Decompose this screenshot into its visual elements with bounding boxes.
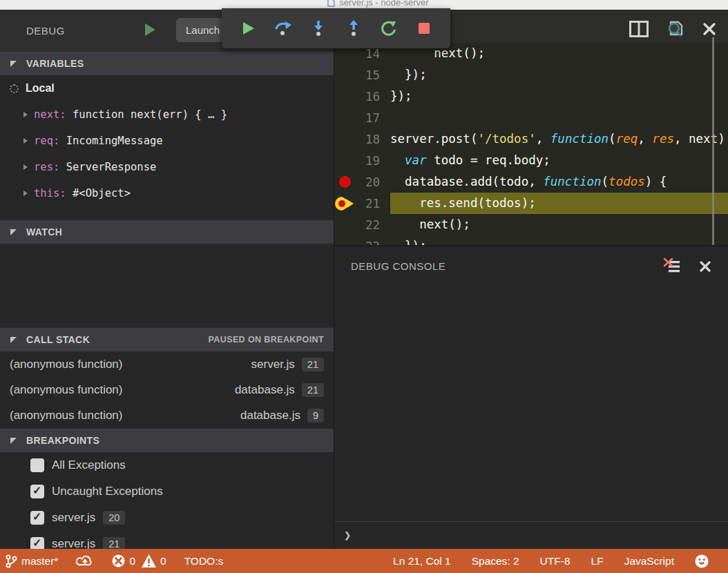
expand-arrow-icon[interactable] bbox=[23, 112, 28, 117]
editor-line[interactable]: 20 database.add(todo, function(todos) { bbox=[334, 171, 728, 193]
variable-name: this: bbox=[34, 187, 66, 200]
breakpoint-gutter[interactable] bbox=[334, 150, 355, 171]
scope-row-local[interactable]: Local bbox=[0, 75, 334, 101]
callstack-frame-row[interactable]: (anonymous function)server.js21 bbox=[0, 351, 334, 377]
breakpoint-gutter[interactable] bbox=[334, 128, 355, 150]
line-number: 17 bbox=[355, 111, 380, 125]
breakpoint-row[interactable]: server.js20 bbox=[0, 505, 334, 531]
editor-line[interactable]: 23 }); bbox=[334, 235, 728, 245]
todo-label: TODO:s bbox=[184, 555, 224, 567]
expand-arrow-icon[interactable] bbox=[23, 164, 28, 170]
step-over-icon[interactable] bbox=[274, 19, 292, 37]
code-token: function bbox=[550, 132, 609, 146]
editor-line[interactable]: 19 var todo = req.body; bbox=[334, 150, 728, 171]
search-preview-icon[interactable] bbox=[665, 19, 686, 39]
breakpoint-label: All Exceptions bbox=[52, 458, 126, 472]
console-prompt[interactable]: ❯ bbox=[344, 528, 351, 542]
breakpoint-row[interactable]: server.js21 bbox=[0, 531, 334, 549]
breakpoint-gutter[interactable] bbox=[334, 107, 355, 128]
code-text bbox=[390, 107, 728, 128]
variable-value: function next(err) { … } bbox=[66, 108, 227, 121]
code-token: }); bbox=[390, 239, 427, 245]
watch-section-header[interactable]: WATCH bbox=[0, 220, 334, 244]
language-mode-item[interactable]: JavaScript bbox=[624, 555, 674, 567]
frame-name: (anonymous function) bbox=[10, 409, 240, 423]
git-branch-icon bbox=[6, 554, 17, 568]
breakpoint-checkbox[interactable] bbox=[30, 537, 44, 549]
todo-item[interactable]: TODO:s bbox=[184, 555, 224, 567]
active-breakpoint-icon[interactable] bbox=[334, 196, 355, 211]
callstack-frame-row[interactable]: (anonymous function)database.js9 bbox=[0, 402, 334, 428]
indentation-item[interactable]: Spaces: 2 bbox=[472, 555, 519, 567]
breakpoint-row[interactable]: All Exceptions bbox=[0, 452, 334, 478]
errors-item[interactable]: 0 bbox=[112, 554, 135, 567]
editor-line[interactable]: 22 next(); bbox=[334, 214, 728, 235]
variable-value: ServerResponse bbox=[59, 161, 156, 173]
close-icon[interactable] bbox=[702, 22, 716, 36]
breakpoint-gutter[interactable] bbox=[334, 214, 355, 235]
breakpoint-checkbox[interactable] bbox=[30, 458, 44, 472]
warnings-item[interactable]: 0 bbox=[142, 554, 166, 567]
code-token: ( bbox=[609, 132, 616, 146]
clear-console-icon[interactable] bbox=[663, 258, 681, 275]
git-branch-item[interactable]: master* bbox=[6, 554, 58, 568]
sync-item[interactable] bbox=[76, 554, 94, 568]
branch-label: master* bbox=[21, 555, 58, 567]
frame-file: database.js bbox=[235, 383, 295, 397]
variable-row[interactable]: next: function next(err) { … } bbox=[0, 101, 334, 128]
code-text: next(); bbox=[390, 214, 728, 235]
breakpoint-gutter[interactable] bbox=[334, 64, 355, 86]
breakpoint-gutter[interactable] bbox=[334, 193, 355, 214]
breakpoint-row[interactable]: Uncaught Exceptions bbox=[0, 478, 334, 505]
frame-name: (anonymous function) bbox=[10, 358, 251, 371]
window-title: server.js - node-server bbox=[339, 0, 428, 8]
line-number: 16 bbox=[355, 90, 380, 104]
step-into-icon[interactable] bbox=[309, 19, 327, 37]
editor-line[interactable]: 16}); bbox=[334, 86, 728, 107]
cursor-position-item[interactable]: Ln 21, Col 1 bbox=[393, 555, 451, 567]
variables-title: VARIABLES bbox=[26, 58, 84, 69]
editor-scrollbar[interactable] bbox=[712, 37, 714, 245]
encoding-item[interactable]: UTF-8 bbox=[540, 555, 571, 567]
variable-row[interactable]: req: IncomingMessage bbox=[0, 128, 334, 154]
callstack-section-header[interactable]: CALL STACK PAUSED ON BREAKPOINT bbox=[0, 328, 334, 351]
breakpoint-checkbox[interactable] bbox=[30, 511, 44, 525]
code-token: '/todos' bbox=[477, 132, 535, 146]
split-editor-icon[interactable] bbox=[629, 21, 649, 37]
stop-icon[interactable] bbox=[415, 19, 433, 37]
editor-line[interactable]: 21 res.send(todos); bbox=[334, 193, 728, 214]
variable-row[interactable]: res: ServerResponse bbox=[0, 154, 334, 180]
watch-title: WATCH bbox=[26, 226, 62, 237]
breakpoint-gutter[interactable] bbox=[334, 171, 355, 193]
step-out-icon[interactable] bbox=[345, 19, 363, 37]
callstack-frame-row[interactable]: (anonymous function)database.js21 bbox=[0, 377, 334, 402]
breakpoint-label: Uncaught Exceptions bbox=[52, 485, 163, 498]
variables-section-header[interactable]: VARIABLES bbox=[0, 52, 334, 75]
code-token: server.post( bbox=[390, 132, 477, 146]
expand-arrow-icon[interactable] bbox=[23, 138, 28, 144]
code-area[interactable]: 14 next();15 });16});1718server.post('/t… bbox=[334, 43, 728, 245]
breakpoint-dot-icon[interactable] bbox=[339, 176, 351, 188]
warning-icon bbox=[142, 554, 156, 567]
code-text: }); bbox=[390, 64, 728, 86]
close-icon[interactable] bbox=[699, 260, 711, 273]
variable-name: res: bbox=[34, 161, 59, 173]
continue-icon[interactable] bbox=[239, 19, 257, 37]
code-token: next(); bbox=[390, 46, 485, 60]
breakpoint-checkbox[interactable] bbox=[30, 485, 44, 498]
expand-arrow-icon[interactable] bbox=[23, 191, 28, 196]
breakpoint-gutter[interactable] bbox=[334, 86, 355, 107]
restart-icon[interactable] bbox=[380, 19, 398, 37]
breakpoint-gutter[interactable] bbox=[334, 235, 355, 245]
editor-line[interactable]: 15 }); bbox=[334, 64, 728, 86]
variable-row[interactable]: this: #<Object> bbox=[0, 180, 334, 206]
line-number: 18 bbox=[355, 133, 380, 146]
debug-toolbar bbox=[222, 8, 450, 48]
start-debug-icon[interactable] bbox=[145, 23, 155, 36]
editor-line[interactable]: 18server.post('/todos', function(req, re… bbox=[334, 128, 728, 150]
feedback-smiley-item[interactable] bbox=[695, 554, 709, 568]
breakpoints-section-header[interactable]: BREAKPOINTS bbox=[0, 429, 334, 452]
frame-line-badge: 21 bbox=[302, 383, 324, 397]
editor-line[interactable]: 17 bbox=[334, 107, 728, 128]
eol-item[interactable]: LF bbox=[591, 555, 604, 567]
